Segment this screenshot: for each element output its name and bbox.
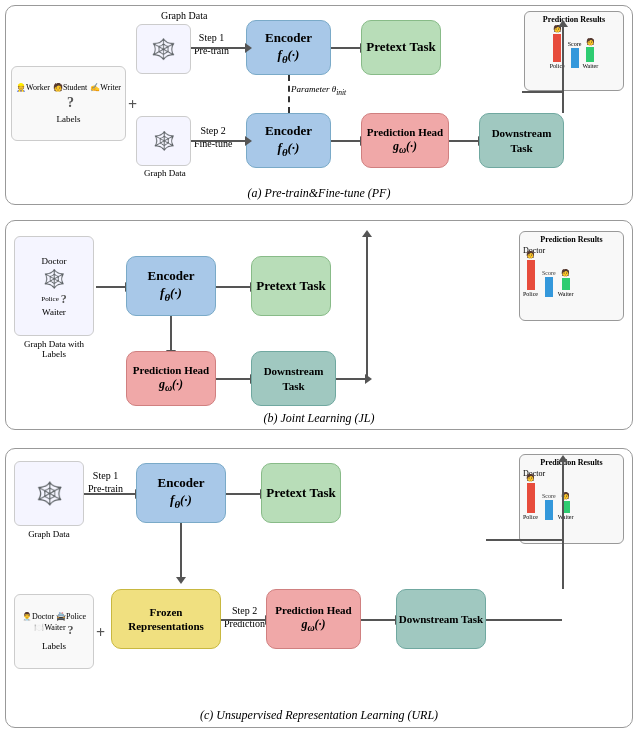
arrow-v-results-c [562,461,564,589]
encoder-box-a1: Encoder fθ(·) [246,20,331,75]
arrow-enc-pred-a [331,140,361,142]
encoder-box-c: Encoder fθ(·) [136,463,226,523]
plus-a: + [128,96,137,114]
graph-data-label-a2: Graph Data [144,168,186,178]
downstream-task-c: Downstream Task [396,589,486,649]
pred-head-box-c: Prediction Head gω(·) [266,589,361,649]
arrow-enc-down-c [180,523,182,578]
pred-head-box-b: Prediction Head gω(·) [126,351,216,406]
results-box-b: Prediction Results Doctor 🧑 Police Score… [519,231,624,321]
arrow-enc-pretext-b [216,286,251,288]
section-a: Graph Data 🕸️ Step 1 Pre-train Encoder f… [5,5,633,205]
arrow-graph-enc-a2 [191,140,246,142]
arrow-pred-downstream-c [361,619,396,621]
arrow-graph-enc-b [96,286,126,288]
diagram-container: Graph Data 🕸️ Step 1 Pre-train Encoder f… [0,0,640,750]
graph-icon-a2: 🕸️ [136,116,191,166]
pred-head-box-a: Prediction Head gω(·) [361,113,449,168]
arrow-enc-pretext-a1 [331,47,361,49]
param-line-a [288,75,290,113]
pretext-task-b: Pretext Task [251,256,331,316]
arrow-frozen-pred-c [221,619,266,621]
downstream-task-b: Downstream Task [251,351,336,406]
step1-label-a: Step 1 Pre-train [194,31,229,57]
encoder-box-a2: Encoder fθ(·) [246,113,331,168]
step2-label-c: Step 2 Prediction [224,604,265,630]
arrow-pred-downstream-a [449,140,479,142]
step1-label-c: Step 1 Pre-train [88,469,123,495]
arrow-graph-enc-a1 [191,47,246,49]
arrow-h-results-a [522,91,564,93]
plus-c: + [96,624,105,642]
arrow-pred-downstream-b [216,378,251,380]
downstream-task-a: Downstream Task [479,113,564,168]
section-a-label: (a) Pre-train&Fine-tune (PF) [6,186,632,201]
arrow-enc-pretext-c [226,493,261,495]
results-box-a1: Prediction Results 🧑 Police Score 🧑 Wait… [524,11,624,91]
encoder-box-b: Encoder fθ(·) [126,256,216,316]
section-c: 🕸️ Graph Data Step 1 Pre-train Encoder f… [5,448,633,728]
graph-icon-c1: 🕸️ [14,461,84,526]
arrow-v-results-b [366,236,368,378]
graph-data-labels-b: Doctor 🕸️ Police ? Waiter [14,236,94,336]
step2-label-a: Step 2 Fine-tune [194,124,232,150]
pretext-task-a1: Pretext Task [361,20,441,75]
arrow-downstream-results-b [336,378,366,380]
labels-box-c: 👨‍⚕️Doctor 🚔Police 🍽️Waiter ? Labels [14,594,94,669]
labels-box-a: 👷Worker 🧑Student ✍️Writer ? Labels [11,66,126,141]
pretext-task-c: Pretext Task [261,463,341,523]
arrow-h-results-c-top [486,539,564,541]
arrow-downstream-results-a [562,26,564,113]
arrow-h-results-c-btm [486,619,562,621]
frozen-repr-box-c: Frozen Representations [111,589,221,649]
graph-data-label-a1: Graph Data [161,10,207,21]
graph-data-label-c: Graph Data [14,529,84,539]
graph-data-labels-label-b: Graph Data with Labels [14,339,94,359]
section-b: Doctor 🕸️ Police ? Waiter Graph Data wit… [5,220,633,430]
graph-icon-a1: 🕸️ [136,24,191,74]
arrow-enc-down-b [170,316,172,351]
arrow-graph-enc-c [84,493,136,495]
section-b-label: (b) Joint Learning (JL) [6,411,632,426]
results-box-c: Prediction Results Doctor 🧑 Police Score… [519,454,624,544]
section-c-label: (c) Unsupervised Representation Learning… [6,708,632,723]
theta-label-a: Parameter θinit [291,84,346,97]
